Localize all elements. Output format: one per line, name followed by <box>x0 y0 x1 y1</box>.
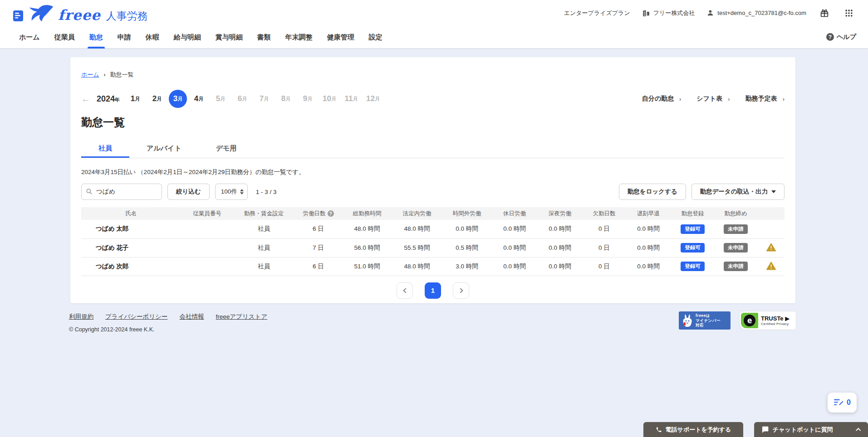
table-row[interactable]: つばめ 太郎 社員 6 日 48.0 時間 48.0 時間 0.0 時間 0.0… <box>81 220 785 238</box>
chevron-right-icon <box>458 288 463 293</box>
app-logo[interactable]: freee 人事労務 <box>13 4 148 22</box>
month-8: 8月 <box>276 90 296 107</box>
shift-table-link[interactable]: シフト表› <box>696 95 730 103</box>
work-schedule-link[interactable]: 勤務予定表› <box>745 95 785 103</box>
prev-year-arrow-icon[interactable]: ← <box>81 94 90 104</box>
search-box <box>81 184 162 200</box>
notes-counter-button[interactable]: 0 <box>828 393 857 413</box>
privacy-policy-link[interactable]: プライバシーポリシー <box>105 313 168 321</box>
employee-name: つばめ 次郎 <box>81 257 181 276</box>
employee-name: つばめ 花子 <box>81 238 181 257</box>
nav-item-requests[interactable]: 申請 <box>110 26 138 49</box>
col-employment: 勤務・賃金設定 <box>233 207 294 220</box>
month-3-selected[interactable]: 3月 <box>169 90 187 108</box>
prev-page-button[interactable] <box>397 282 413 299</box>
col-overtime: 時間外労働 <box>442 207 492 220</box>
nav-item-employees[interactable]: 従業員 <box>47 26 82 49</box>
legal-hours: 55.5 時間 <box>392 238 442 257</box>
my-attendance-link[interactable]: 自分の勤怠› <box>642 95 682 103</box>
current-page[interactable]: 1 <box>425 282 441 299</box>
result-range: 1 - 3 / 3 <box>256 189 277 195</box>
col-closing: 勤怠締め <box>714 207 757 220</box>
warning-icon[interactable] <box>766 262 776 270</box>
closing-status-badge: 未申請 <box>724 262 748 271</box>
phone-support-label: 電話サポートを予約する <box>666 426 731 434</box>
col-legal-hours: 法定内労働 <box>392 207 442 220</box>
main-nav: ホーム 従業員 勤怠 申請 休暇 給与明細 賞与明細 書類 年末調整 健康管理 … <box>0 26 868 49</box>
phone-support-bar[interactable]: 電話サポートを予約する <box>643 422 743 437</box>
total-hours: 48.0 時間 <box>342 220 392 238</box>
employee-type-tabs: 社員 アルバイト デモ用 <box>81 140 785 158</box>
search-input[interactable] <box>81 184 162 200</box>
midnight-hours: 0.0 時間 <box>537 238 583 257</box>
nav-item-documents[interactable]: 書類 <box>250 26 278 49</box>
chat-bubble-icon <box>761 426 769 433</box>
month-4[interactable]: 4月 <box>189 90 209 107</box>
chevron-up-icon[interactable] <box>856 427 861 432</box>
filter-button[interactable]: 絞り込む <box>167 184 210 200</box>
midnight-hours: 0.0 時間 <box>537 220 583 238</box>
month-6: 6月 <box>232 90 252 107</box>
closing-status-badge: 未申請 <box>724 243 748 252</box>
col-midnight-work: 深夜労働 <box>537 207 583 220</box>
chatbot-bar[interactable]: チャットボットに質問 <box>754 422 868 437</box>
plan-label: エンタープライズプラン <box>564 9 630 17</box>
col-absence: 欠勤日数 <box>583 207 626 220</box>
table-header-row: 氏名 従業員番号 勤務・賃金設定 労働日数? 総勤務時間 法定内労働 時間外労働… <box>81 207 785 220</box>
user-menu[interactable]: test+demo_c_7023781@c-fo.com <box>706 9 806 17</box>
overtime-hours: 0.0 時間 <box>442 220 492 238</box>
nav-item-bonus[interactable]: 賞与明細 <box>208 26 250 49</box>
breadcrumb-home-link[interactable]: ホーム <box>81 71 99 79</box>
company-switcher[interactable]: フリー株式会社 <box>642 9 695 17</box>
lock-attendance-button[interactable]: 勤怠をロックする <box>619 184 686 200</box>
help-tooltip-icon[interactable]: ? <box>328 210 334 217</box>
nav-item-health[interactable]: 健康管理 <box>320 26 362 49</box>
truste-badge[interactable]: e TRUSTe ▶ Certified Privacy <box>740 311 796 330</box>
register-status-badge: 登録可 <box>681 262 705 271</box>
closing-status-badge: 未申請 <box>724 224 748 234</box>
month-2[interactable]: 2月 <box>147 90 167 107</box>
import-export-button[interactable]: 勤怠データの取込・出力 <box>691 184 785 200</box>
tab-demo[interactable]: デモ用 <box>199 140 254 158</box>
gift-icon[interactable] <box>818 7 831 19</box>
app-store-link[interactable]: freeeアプリストア <box>216 313 268 321</box>
nav-item-attendance[interactable]: 勤怠 <box>82 26 110 49</box>
table-row[interactable]: つばめ 花子 社員 7 日 56.0 時間 55.5 時間 0.5 時間 0.0… <box>81 238 785 257</box>
terms-link[interactable]: 利用規約 <box>69 313 93 321</box>
col-holiday-work: 休日労働 <box>492 207 537 220</box>
next-page-button[interactable] <box>453 282 469 299</box>
list-pencil-icon <box>834 398 843 407</box>
chevron-right-icon: › <box>679 96 681 102</box>
help-icon: ? <box>826 33 834 41</box>
month-11: 11月 <box>341 90 361 107</box>
footer: 利用規約 プライバシーポリシー 会社情報 freeeアプリストア © Copyr… <box>69 313 267 333</box>
nav-item-settings[interactable]: 設定 <box>362 26 390 49</box>
mynumber-badge[interactable]: freeeは マイナンバー 対応 <box>679 311 731 330</box>
month-1[interactable]: 1月 <box>125 90 145 107</box>
employment-type: 社員 <box>233 238 294 257</box>
nav-item-payslips[interactable]: 給与明細 <box>167 26 208 49</box>
tab-parttime[interactable]: アルバイト <box>129 140 199 158</box>
employee-name: つばめ 太郎 <box>81 220 181 238</box>
per-page-select[interactable]: 100件 <box>215 184 248 200</box>
apps-grid-icon[interactable] <box>843 7 855 19</box>
work-days: 6 日 <box>294 257 342 276</box>
attendance-list-card: ホーム › 勤怠一覧 ← 2024年 1月 2月 3月 4月 5月 6月 7月 … <box>70 57 795 303</box>
warning-icon[interactable] <box>766 243 776 252</box>
list-controls: 絞り込む 100件 1 - 3 / 3 勤怠をロックする 勤怠データの取込・出力 <box>81 184 785 200</box>
brand-wordmark: freee <box>58 8 101 22</box>
tardy-hours: 0.0 時間 <box>626 220 671 238</box>
copyright: © Copyright 2012-2024 freee K.K. <box>69 326 267 333</box>
employee-no <box>181 257 233 276</box>
company-info-link[interactable]: 会社情報 <box>180 313 204 321</box>
nav-item-yearend[interactable]: 年末調整 <box>278 26 320 49</box>
table-row[interactable]: つばめ 次郎 社員 6 日 51.0 時間 48.0 時間 3.0 時間 0.0… <box>81 257 785 276</box>
help-button[interactable]: ? ヘルプ <box>826 33 856 41</box>
company-name: フリー株式会社 <box>653 9 695 17</box>
nav-item-home[interactable]: ホーム <box>12 26 47 49</box>
month-9: 9月 <box>298 90 318 107</box>
nav-item-leave[interactable]: 休暇 <box>138 26 167 49</box>
tab-fulltime[interactable]: 社員 <box>81 140 129 158</box>
chevron-left-icon <box>403 288 408 293</box>
col-tardiness: 遅刻早退 <box>626 207 671 220</box>
